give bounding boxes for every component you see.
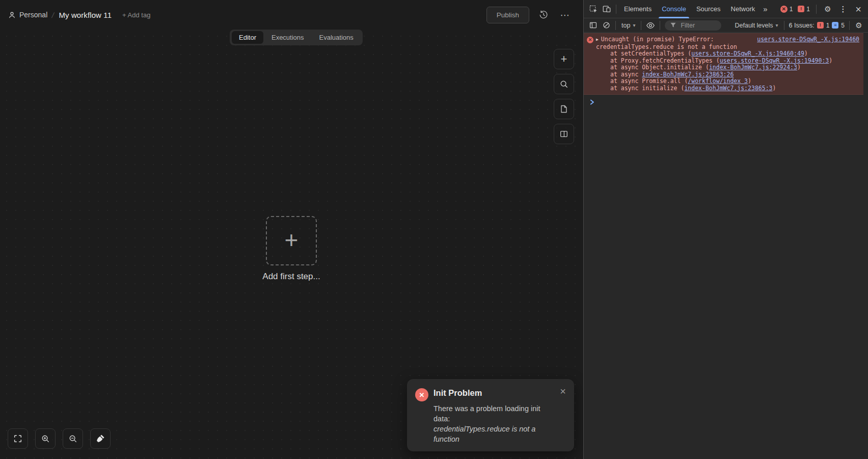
toggle-panel-button[interactable]	[554, 124, 574, 144]
toast-message: There was a problem loading init data:	[433, 403, 555, 424]
log-levels-select[interactable]: Default levels ▾	[732, 22, 781, 29]
breadcrumb: Personal / My workflow 11 + Add tag	[8, 11, 150, 19]
issue-error-icon: !	[817, 22, 824, 29]
stack-frame: at Proxy.fetchCredentialTypes (users.sto…	[596, 58, 859, 65]
devtools-settings-button[interactable]: ⚙	[821, 3, 834, 16]
history-icon	[539, 10, 548, 19]
gear-icon: ⚙	[824, 5, 831, 13]
toast-title: Init Problem	[433, 388, 566, 398]
stack-trace: at setCredentialTypes (users.store-DSqwR…	[596, 50, 859, 92]
stack-frame: at async index-BohJmWc7.js:23863:26	[596, 71, 859, 78]
console-settings-button[interactable]: ⚙	[852, 19, 865, 32]
fit-view-button[interactable]	[8, 428, 28, 449]
devtools-panel: Elements Console Sources Network » ✕ 1 !…	[583, 0, 868, 459]
toast-close-button[interactable]: ×	[558, 384, 568, 398]
tab-editor[interactable]: Editor	[232, 31, 263, 44]
issue-info-icon: ≡	[832, 22, 838, 29]
stack-frame-link[interactable]: /workflow/index 3	[688, 77, 748, 85]
add-first-step-label: Add first step...	[240, 272, 342, 282]
stack-frame: at async Promise.all (/workflow/index 3)	[596, 78, 859, 85]
error-count-badge[interactable]: ✕ 1	[779, 6, 795, 13]
inspect-cursor-icon	[589, 5, 598, 14]
canvas-right-rail: +	[554, 49, 574, 144]
chevron-down-icon: ▾	[633, 22, 635, 28]
device-toolbar-button[interactable]	[600, 3, 613, 16]
devtools-tab-sources[interactable]: Sources	[691, 0, 726, 18]
error-message: users.store-DSqwR_-X.js:19460 ▶Uncaught …	[596, 36, 859, 92]
expand-triangle-icon[interactable]: ▶	[596, 36, 599, 43]
zoom-in-button[interactable]	[35, 428, 56, 449]
plus-icon: +	[285, 228, 299, 252]
zoom-out-icon	[68, 434, 77, 443]
eye-icon	[646, 21, 655, 30]
error-circle-icon: ✕	[780, 6, 788, 13]
console-toolbar: top ▾ Default levels ▾ 6	[584, 18, 868, 33]
console-sidebar-toggle-button[interactable]	[586, 19, 600, 32]
device-toolbar-icon	[602, 5, 611, 14]
devtools-tab-console[interactable]: Console	[657, 0, 691, 18]
inspect-element-button[interactable]	[587, 3, 600, 16]
divider	[784, 21, 784, 30]
gear-icon: ⚙	[855, 21, 862, 29]
project-breadcrumb[interactable]: Personal	[8, 11, 47, 19]
prompt-chevron-icon	[589, 99, 595, 105]
canvas-zoom-controls	[8, 428, 111, 449]
divider	[615, 21, 616, 30]
issue-icon: !	[798, 6, 804, 12]
stack-frame-link[interactable]: index-BohJmWc7.js:22924:3	[709, 64, 797, 71]
devtools-menu-button[interactable]: ⋮	[836, 3, 850, 16]
editor-header: Personal / My workflow 11 + Add tag Publ…	[0, 0, 583, 30]
panel-left-icon	[589, 21, 598, 30]
publish-button[interactable]: Publish	[486, 7, 529, 23]
stack-frame-link[interactable]: users.store-DSqwR_-X.js:19490:3	[720, 57, 829, 64]
sticky-note-button[interactable]	[554, 99, 574, 119]
console-filter[interactable]	[665, 20, 721, 31]
toast-body: There was a problem loading init data: c…	[433, 403, 555, 444]
search-icon	[559, 79, 568, 89]
more-tabs-icon[interactable]: »	[760, 5, 770, 13]
add-node-button[interactable]: +	[554, 49, 574, 69]
workflow-menu-button[interactable]: ⋯	[558, 8, 572, 22]
search-nodes-button[interactable]	[554, 74, 574, 94]
error-toast: ✕ Init Problem × There was a problem loa…	[407, 379, 574, 451]
ellipsis-icon: ⋯	[560, 10, 570, 20]
file-icon	[559, 104, 568, 114]
workflow-editor: Personal / My workflow 11 + Add tag Publ…	[0, 0, 583, 459]
stack-frame: at async Object.initialize (index-BohJmW…	[596, 64, 859, 71]
issues-counter[interactable]: 6 Issues: ! 1 ≡ 5	[787, 22, 847, 29]
devtools-close-button[interactable]: ×	[852, 3, 865, 16]
console-prompt[interactable]	[584, 95, 868, 105]
person-icon	[8, 11, 16, 19]
issue-count-badge[interactable]: ! 1	[796, 6, 811, 13]
circle-slash-icon	[602, 21, 611, 30]
close-icon: ×	[560, 386, 566, 397]
workflow-history-button[interactable]	[536, 8, 551, 22]
filter-input[interactable]	[680, 21, 716, 30]
divider	[660, 21, 660, 30]
add-first-step-box[interactable]: +	[266, 216, 317, 265]
tidy-up-button[interactable]	[90, 428, 111, 449]
add-tag-button[interactable]: + Add tag	[122, 11, 150, 19]
devtools-tab-elements[interactable]: Elements	[619, 0, 657, 18]
stack-frame: at async initialize (index-BohJmWc7.js:2…	[596, 85, 859, 92]
project-name: Personal	[19, 11, 47, 19]
devtools-tab-bar: Elements Console Sources Network » ✕ 1 !…	[584, 0, 868, 18]
tab-executions[interactable]: Executions	[264, 31, 311, 44]
execution-context-select[interactable]: top ▾	[618, 22, 638, 29]
live-expression-button[interactable]	[644, 19, 657, 32]
stack-frame-link[interactable]: index-BohJmWc7.js:23863:26	[642, 71, 734, 78]
stack-frame-link[interactable]: users.store-DSqwR_-X.js:19460:49	[691, 50, 804, 57]
clear-console-button[interactable]	[600, 19, 613, 32]
tab-evaluations[interactable]: Evaluations	[312, 31, 361, 44]
workflow-title[interactable]: My workflow 11	[59, 11, 112, 19]
editor-header-actions: Publish ⋯	[486, 7, 572, 23]
close-icon: ×	[855, 4, 861, 14]
zoom-out-button[interactable]	[63, 428, 83, 449]
devtools-tab-network[interactable]: Network	[726, 0, 761, 18]
screen: Personal / My workflow 11 + Add tag Publ…	[0, 0, 868, 459]
console-error-entry[interactable]: ✕ users.store-DSqwR_-X.js:19460 ▶Uncaugh…	[584, 33, 863, 95]
breadcrumb-separator: /	[51, 11, 55, 19]
plus-icon: +	[561, 53, 567, 65]
stack-frame-link[interactable]: index-BohJmWc7.js:23865:3	[684, 85, 772, 92]
error-source-link[interactable]: users.store-DSqwR_-X.js:19460	[757, 36, 859, 43]
